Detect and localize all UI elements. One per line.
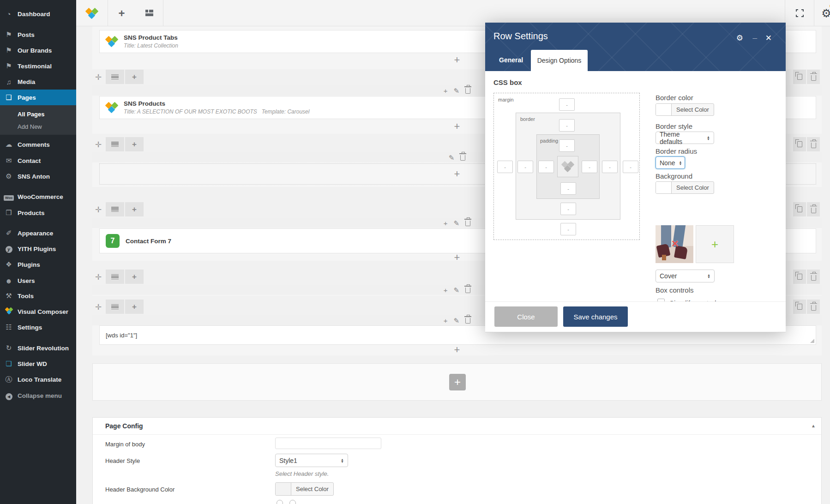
vc-logo-button[interactable] (76, 0, 108, 26)
padding-bottom-input[interactable] (560, 182, 576, 195)
edit-pencil-icon[interactable]: ✎ (454, 87, 460, 94)
delete-row-button[interactable] (807, 300, 820, 314)
border-top-input[interactable] (559, 119, 575, 132)
border-color-select-button[interactable]: Select Color (656, 103, 714, 116)
add-element-plus-icon[interactable]: + (454, 121, 460, 132)
submenu-item-add-new[interactable]: Add New (0, 120, 76, 133)
delete-row-button[interactable] (807, 137, 820, 151)
sidebar-item-collapse-menu[interactable]: ◀Collapse menu (0, 388, 76, 403)
add-element-plus-icon[interactable]: + (444, 220, 448, 227)
gear-icon[interactable]: ⚙ (736, 33, 743, 43)
row-layout-button[interactable] (106, 300, 124, 314)
margin-top-input[interactable] (559, 98, 575, 111)
sidebar-item-comments[interactable]: ☁Comments (0, 137, 76, 152)
add-column-button[interactable]: + (125, 70, 144, 84)
sidebar-item-slider-wd[interactable]: ❏Slider WD (0, 356, 76, 372)
add-image-button[interactable]: + (696, 225, 734, 263)
drag-row-icon[interactable]: ✛ (95, 205, 102, 215)
delete-trash-icon[interactable] (460, 153, 465, 162)
padding-right-input[interactable] (582, 161, 597, 173)
add-element-plus-icon[interactable]: + (444, 287, 448, 294)
border-right-input[interactable] (602, 161, 618, 173)
padding-top-input[interactable] (559, 139, 575, 152)
sidebar-item-sns-anton[interactable]: ⚙SNS Anton (0, 168, 76, 184)
drag-row-icon[interactable]: ✛ (95, 72, 102, 82)
radio-option[interactable] (289, 500, 296, 504)
sidebar-item-woocommerce[interactable]: WooWooCommerce (0, 189, 76, 204)
sidebar-item-media[interactable]: ♫Media (0, 74, 76, 90)
row-layout-button[interactable] (106, 202, 124, 216)
add-column-button[interactable]: + (125, 137, 144, 151)
delete-row-button[interactable] (807, 70, 820, 84)
collapse-caret-icon[interactable]: ▲ (811, 423, 816, 428)
tab-general[interactable]: General (499, 56, 523, 64)
margin-bottom-input[interactable] (560, 223, 576, 235)
add-element-button[interactable]: + (108, 0, 135, 26)
drag-row-icon[interactable]: ✛ (95, 140, 102, 150)
duplicate-row-button[interactable] (793, 137, 806, 151)
settings-gear-button[interactable]: ⚙ (819, 0, 830, 26)
add-element-plus-icon[interactable]: + (454, 252, 460, 263)
radio-option[interactable] (277, 500, 283, 504)
border-radius-select[interactable]: None ▲▼ (656, 156, 685, 169)
sidebar-item-pages[interactable]: ❑Pages (0, 90, 76, 105)
background-size-select[interactable]: Cover ▲▼ (656, 270, 715, 282)
edit-pencil-icon[interactable]: ✎ (454, 220, 460, 227)
add-row-button[interactable]: + (449, 374, 466, 390)
sidebar-item-settings[interactable]: ☷Settings (0, 319, 76, 335)
sidebar-item-loco-translate[interactable]: ⒶLoco Translate (0, 372, 76, 387)
edit-pencil-icon[interactable]: ✎ (454, 287, 460, 294)
margin-right-input[interactable] (623, 161, 638, 173)
templates-button[interactable] (135, 0, 163, 26)
submenu-item-all-pages[interactable]: All Pages (0, 108, 76, 120)
sidebar-item-dashboard[interactable]: ◔Dashboard (0, 6, 76, 22)
close-button[interactable]: Close (494, 306, 558, 327)
add-column-button[interactable]: + (125, 202, 144, 216)
drag-row-icon[interactable]: ✛ (95, 272, 102, 282)
delete-trash-icon[interactable] (465, 316, 470, 324)
close-icon[interactable]: ✕ (765, 33, 772, 43)
sidebar-item-our-brands[interactable]: ⚑Our Brands (0, 42, 76, 58)
add-element-plus-icon[interactable]: + (454, 345, 460, 355)
sidebar-item-plugins[interactable]: ❖Plugins (0, 257, 76, 272)
sidebar-item-testimonial[interactable]: ⚑Testimonial (0, 58, 76, 74)
margin-of-body-input[interactable] (275, 438, 381, 449)
sidebar-item-slider-revolution[interactable]: ↻Slider Revolution (0, 340, 76, 356)
delete-trash-icon[interactable] (465, 219, 470, 227)
sidebar-item-users[interactable]: ☻Users (0, 273, 76, 288)
row-layout-button[interactable] (106, 70, 124, 84)
duplicate-row-button[interactable] (793, 202, 806, 216)
add-element-plus-icon[interactable]: + (454, 169, 460, 179)
add-element-plus-icon[interactable]: + (444, 87, 448, 94)
padding-left-input[interactable] (538, 161, 554, 173)
border-left-input[interactable] (517, 161, 533, 173)
drag-row-icon[interactable]: ✛ (95, 302, 102, 312)
add-element-plus-icon[interactable]: + (444, 317, 448, 324)
header-style-select[interactable]: Style1 ▲▼ (275, 454, 348, 467)
fullscreen-button[interactable] (785, 0, 814, 26)
sidebar-item-tools[interactable]: ⚒Tools (0, 288, 76, 304)
sidebar-item-contact[interactable]: ✉Contact (0, 153, 76, 168)
border-style-select[interactable]: Theme defaults ▲▼ (656, 132, 714, 144)
add-column-button[interactable]: + (125, 270, 144, 284)
delete-row-button[interactable] (807, 202, 820, 216)
tab-design-options[interactable]: Design Options (531, 50, 588, 71)
add-element-plus-icon[interactable]: + (454, 55, 460, 65)
margin-left-input[interactable] (497, 161, 513, 173)
duplicate-row-button[interactable] (793, 270, 806, 284)
save-changes-button[interactable]: Save changes (563, 306, 628, 327)
edit-pencil-icon[interactable]: ✎ (454, 317, 460, 324)
resize-grip[interactable] (810, 339, 814, 343)
background-image-thumbnail[interactable]: ✕ (656, 225, 693, 263)
row-layout-button[interactable] (106, 270, 124, 284)
background-select-color-button[interactable]: Select Color (656, 181, 714, 194)
delete-trash-icon[interactable] (465, 86, 470, 95)
minimize-icon[interactable]: _ (753, 31, 757, 40)
sidebar-item-appearance[interactable]: ✐Appearance (0, 225, 76, 241)
row-layout-button[interactable] (106, 137, 124, 151)
delete-row-button[interactable] (807, 270, 820, 284)
remove-image-icon[interactable]: ✕ (671, 238, 679, 249)
duplicate-row-button[interactable] (793, 70, 806, 84)
sidebar-item-products[interactable]: ❒Products (0, 205, 76, 221)
add-column-button[interactable]: + (125, 300, 144, 314)
